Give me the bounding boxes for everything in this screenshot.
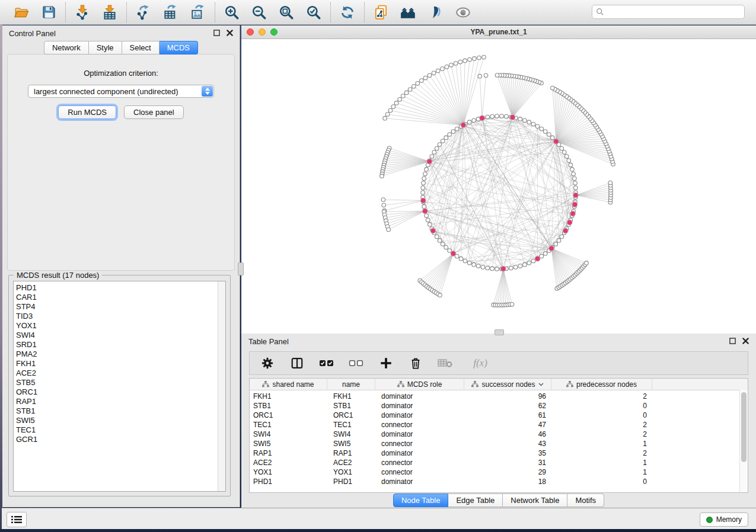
run-mcds-button[interactable]: Run MCDS bbox=[58, 105, 116, 119]
table-row[interactable]: STB1STB1dominator620 bbox=[250, 401, 748, 411]
export-network-icon[interactable] bbox=[135, 4, 152, 21]
combo-stepper-icon bbox=[202, 86, 213, 97]
list-item[interactable]: RAP1 bbox=[14, 397, 225, 406]
table-cell: connector bbox=[375, 468, 464, 476]
window-minimize-icon[interactable] bbox=[259, 28, 266, 36]
mcds-result-title: MCDS result (17 nodes) bbox=[14, 271, 102, 280]
graphics-details-icon[interactable] bbox=[427, 4, 445, 21]
tab-edge-table[interactable]: Edge Table bbox=[448, 493, 503, 507]
list-item[interactable]: FKH1 bbox=[14, 359, 225, 368]
export-table-icon[interactable] bbox=[162, 4, 180, 21]
task-history-button[interactable] bbox=[7, 512, 27, 527]
table-scrollbar[interactable] bbox=[739, 390, 748, 492]
table-row[interactable]: TEC1TEC1connector472 bbox=[250, 420, 748, 430]
column-selector-icon[interactable] bbox=[289, 355, 305, 371]
horizontal-splitter-handle[interactable] bbox=[495, 329, 504, 335]
table-cell: 35 bbox=[464, 449, 551, 457]
delete-table-icon[interactable] bbox=[438, 355, 453, 371]
list-icon bbox=[11, 515, 22, 524]
tab-network[interactable]: Network bbox=[44, 41, 89, 55]
list-item[interactable]: SRD1 bbox=[14, 340, 225, 350]
mcds-result-list[interactable]: PHD1CAR1STP4TID3YOX1SWI4SRD1PMA2FKH1ACE2… bbox=[13, 281, 226, 492]
list-item[interactable]: TEC1 bbox=[14, 425, 225, 435]
table-row[interactable]: FKH1FKH1dominator962 bbox=[250, 392, 748, 401]
column-header-predecessor-nodes[interactable]: predecessor nodes bbox=[551, 379, 652, 390]
close-panel-button[interactable]: Close panel bbox=[124, 105, 184, 119]
memory-button[interactable]: Memory bbox=[700, 512, 748, 527]
table-row[interactable]: RAP1RAP1dominator352 bbox=[250, 448, 748, 458]
column-header-shared-name[interactable]: shared name bbox=[250, 379, 327, 390]
attribute-icon bbox=[471, 381, 479, 387]
network-graph[interactable] bbox=[241, 39, 756, 334]
tab-motifs[interactable]: Motifs bbox=[567, 493, 604, 507]
table-row[interactable]: ORC1ORC1dominator610 bbox=[250, 411, 748, 420]
table-row[interactable]: YOX1YOX1connector291 bbox=[250, 467, 748, 477]
zoom-fit-icon[interactable] bbox=[277, 4, 295, 21]
close-icon[interactable] bbox=[742, 336, 749, 347]
window-maximize-icon[interactable] bbox=[270, 28, 277, 36]
table-cell: connector bbox=[375, 440, 464, 448]
list-item[interactable]: ORC1 bbox=[14, 387, 225, 397]
list-item[interactable]: ACE2 bbox=[14, 368, 225, 378]
float-icon[interactable] bbox=[729, 336, 736, 347]
list-item[interactable]: STB1 bbox=[14, 406, 225, 416]
save-session-icon[interactable] bbox=[40, 4, 58, 21]
open-session-icon[interactable] bbox=[12, 4, 30, 21]
window-close-icon[interactable] bbox=[247, 28, 254, 36]
float-icon[interactable] bbox=[213, 28, 220, 39]
control-panel-tabs: Network Style Select MCDS bbox=[2, 41, 240, 55]
list-item[interactable]: SWI5 bbox=[14, 416, 225, 425]
birds-eye-view-icon[interactable] bbox=[454, 4, 472, 21]
attribute-icon bbox=[566, 381, 573, 387]
import-table-icon[interactable] bbox=[101, 4, 119, 21]
mcds-tab-content: Optimization criterion: largest connecte… bbox=[7, 54, 235, 271]
zoom-in-icon[interactable] bbox=[223, 4, 241, 21]
tab-style[interactable]: Style bbox=[89, 41, 122, 55]
zoom-out-icon[interactable] bbox=[250, 4, 268, 21]
tab-mcds[interactable]: MCDS bbox=[160, 41, 198, 55]
delete-column-icon[interactable] bbox=[408, 355, 423, 371]
column-header-name[interactable]: name bbox=[327, 379, 375, 390]
select-all-icon[interactable] bbox=[319, 355, 334, 371]
vertical-splitter-handle[interactable] bbox=[238, 262, 244, 275]
result-list-scrollbar[interactable] bbox=[218, 281, 225, 491]
list-item[interactable]: YOX1 bbox=[14, 321, 225, 331]
criterion-select[interactable]: largest connected component (undirected) bbox=[28, 85, 214, 98]
clone-network-icon[interactable] bbox=[372, 4, 390, 21]
table-row[interactable]: PHD1PHD1dominator180 bbox=[250, 477, 748, 486]
list-item[interactable]: SWI4 bbox=[14, 331, 225, 340]
list-item[interactable]: PHD1 bbox=[14, 283, 225, 293]
column-header-successor-nodes[interactable]: successor nodes bbox=[464, 379, 551, 390]
deselect-all-icon[interactable] bbox=[349, 355, 364, 371]
network-window-titlebar[interactable]: YPA_prune.txt_1 bbox=[241, 25, 756, 39]
export-image-icon[interactable] bbox=[189, 4, 207, 21]
table-settings-icon[interactable] bbox=[260, 355, 275, 371]
node-table-header: shared name name MCDS role successor nod… bbox=[250, 379, 748, 390]
import-network-icon[interactable] bbox=[74, 4, 91, 21]
list-item[interactable]: CAR1 bbox=[14, 293, 225, 302]
node-table[interactable]: shared name name MCDS role successor nod… bbox=[249, 378, 748, 493]
list-item[interactable]: TID3 bbox=[14, 312, 225, 321]
add-column-icon[interactable] bbox=[378, 355, 394, 371]
apply-layout-icon[interactable] bbox=[339, 4, 356, 21]
list-item[interactable]: STB5 bbox=[14, 378, 225, 387]
tab-node-table[interactable]: Node Table bbox=[393, 493, 449, 507]
list-item[interactable]: PMA2 bbox=[14, 350, 225, 359]
table-cell: 61 bbox=[464, 411, 551, 419]
table-cell: PHD1 bbox=[327, 477, 375, 486]
network-analyzer-icon[interactable] bbox=[400, 4, 417, 21]
table-scrollbar-thumb[interactable] bbox=[741, 392, 747, 462]
table-row[interactable]: SWI4SWI4dominator462 bbox=[250, 430, 748, 439]
search-input[interactable] bbox=[607, 7, 741, 17]
tab-select[interactable]: Select bbox=[122, 41, 160, 55]
table-row[interactable]: ACE2ACE2connector311 bbox=[250, 458, 748, 467]
list-item[interactable]: GCR1 bbox=[14, 435, 225, 444]
zoom-selected-icon[interactable] bbox=[305, 4, 323, 21]
close-icon[interactable] bbox=[227, 28, 233, 39]
tab-network-table[interactable]: Network Table bbox=[503, 493, 567, 507]
list-item[interactable]: STP4 bbox=[14, 302, 225, 312]
table-row[interactable]: SWI5SWI5connector431 bbox=[250, 439, 748, 448]
network-graph-canvas[interactable] bbox=[241, 39, 756, 334]
table-cell: SWI4 bbox=[250, 430, 327, 438]
column-header-mcds-role[interactable]: MCDS role bbox=[375, 379, 464, 390]
